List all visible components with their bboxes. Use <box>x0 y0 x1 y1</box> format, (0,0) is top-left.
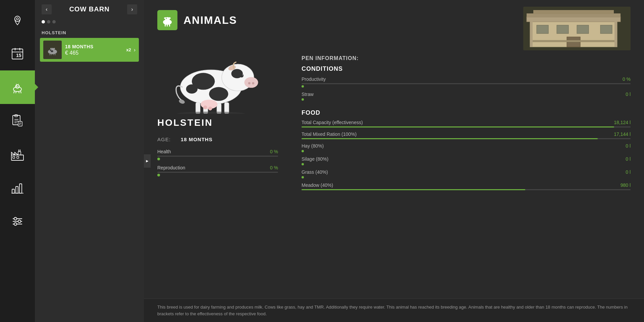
svg-point-58 <box>166 18 167 19</box>
pen-info-title: PEN INFORMATION: <box>302 55 631 61</box>
svg-line-45 <box>51 54 51 55</box>
tmr-value: 17,144 l <box>614 131 631 137</box>
tmr-bar-fill <box>302 138 598 139</box>
svg-point-68 <box>209 87 228 101</box>
silage-dot <box>302 163 304 165</box>
animals-left-panel: ANIMALS <box>144 0 291 299</box>
sidebar-item-map[interactable] <box>0 3 35 37</box>
collapse-button[interactable]: ► <box>144 154 151 168</box>
svg-rect-83 <box>537 25 548 34</box>
sidebar-item-animals[interactable] <box>0 70 35 104</box>
dot-2 <box>47 20 50 23</box>
svg-rect-24 <box>11 155 23 160</box>
svg-rect-56 <box>167 25 168 26</box>
svg-point-38 <box>18 220 21 223</box>
barn-image <box>523 7 631 50</box>
panel-title: COW BARN <box>69 5 109 13</box>
settings-icon <box>9 213 26 230</box>
meadow-stat: Meadow (40%) 980 l <box>302 182 631 190</box>
meadow-bar-fill <box>302 189 525 190</box>
svg-point-49 <box>50 48 52 49</box>
svg-point-69 <box>186 84 198 93</box>
svg-line-44 <box>50 54 50 55</box>
total-capacity-bar-fill <box>302 126 614 127</box>
svg-point-76 <box>203 105 207 109</box>
tmr-label: Total Mixed Ration (100%) <box>302 131 357 137</box>
health-dot <box>157 158 160 160</box>
barn-illustration <box>523 7 631 50</box>
svg-rect-21 <box>18 121 22 126</box>
svg-line-14 <box>16 84 17 85</box>
animal-stats: Health 0 % Reproduction 0 % <box>157 149 278 181</box>
svg-point-50 <box>54 48 55 49</box>
health-value: 0 % <box>270 149 278 154</box>
animal-label: HOLSTEIN <box>35 27 144 38</box>
hay-label: Hay (80%) <box>302 143 324 149</box>
straw-value: 0 l <box>626 92 631 97</box>
health-bar-bg <box>157 156 278 157</box>
svg-rect-29 <box>17 156 19 158</box>
meadow-label: Meadow (40%) <box>302 182 333 188</box>
svg-rect-28 <box>13 156 15 158</box>
svg-point-77 <box>208 107 212 110</box>
animals-section: ANIMALS <box>144 0 644 299</box>
svg-line-10 <box>16 91 16 93</box>
next-arrow[interactable]: › <box>127 4 137 14</box>
age-value: 18 MONTHS <box>181 137 213 142</box>
svg-point-54 <box>168 17 171 19</box>
grass-stat: Grass (40%) 0 l <box>302 169 631 178</box>
grass-dot <box>302 176 304 178</box>
grass-label: Grass (40%) <box>302 169 328 175</box>
animal-info: 18 MONTHS € 465 <box>65 44 126 56</box>
svg-line-15 <box>18 84 18 85</box>
svg-line-46 <box>54 54 54 55</box>
straw-stat: Straw 0 l <box>302 92 631 101</box>
pagination-dots <box>35 18 144 27</box>
cow-illustration <box>157 37 265 114</box>
sidebar-item-notes[interactable] <box>0 104 35 138</box>
sidebar-item-settings[interactable] <box>0 205 35 238</box>
svg-rect-92 <box>533 10 614 14</box>
reproduction-dot <box>157 174 160 176</box>
animal-price: € 465 <box>65 50 126 56</box>
svg-text:15: 15 <box>16 53 21 58</box>
svg-rect-84 <box>557 25 569 34</box>
svg-rect-90 <box>614 20 617 47</box>
hay-value: 0 l <box>626 143 631 149</box>
animal-card[interactable]: 18 MONTHS € 465 x2 › <box>40 38 139 62</box>
svg-line-47 <box>55 54 56 55</box>
productivity-label: Productivity <box>302 76 326 82</box>
sidebar-item-factory[interactable] <box>0 138 35 171</box>
map-icon <box>9 12 26 29</box>
total-capacity-stat: Total Capacity (effectiveness) 18,124 l <box>302 120 631 127</box>
svg-point-37 <box>14 217 17 220</box>
svg-rect-86 <box>600 25 612 34</box>
sidebar-item-stats[interactable] <box>0 171 35 205</box>
description-text: This breed is used for dairy farming and… <box>157 304 631 317</box>
grass-value: 0 l <box>626 169 631 175</box>
straw-dot <box>302 98 304 101</box>
health-stat-row: Health 0 % <box>157 149 278 160</box>
reproduction-label: Reproduction <box>157 165 185 170</box>
hay-stat: Hay (80%) 0 l <box>302 143 631 152</box>
svg-rect-85 <box>577 25 589 34</box>
main-content: ► ANIMALS <box>144 0 644 322</box>
reproduction-bar-bg <box>157 172 278 173</box>
food-title: FOOD <box>302 109 631 116</box>
total-capacity-label: Total Capacity (effectiveness) <box>302 120 363 125</box>
productivity-dot <box>302 85 304 88</box>
svg-rect-17 <box>15 115 17 117</box>
sidebar-item-calendar[interactable]: 15 <box>0 37 35 70</box>
age-label: AGE: <box>157 137 171 142</box>
health-label: Health <box>157 149 171 154</box>
reproduction-value: 0 % <box>270 165 278 170</box>
svg-rect-57 <box>169 24 170 26</box>
svg-line-9 <box>14 91 14 93</box>
svg-point-63 <box>252 82 254 84</box>
animal-age: 18 MONTHS <box>65 44 126 49</box>
prev-arrow[interactable]: ‹ <box>42 4 52 14</box>
hay-dot <box>302 150 304 152</box>
productivity-stat: Productivity 0 % <box>302 76 631 88</box>
svg-rect-82 <box>527 17 621 22</box>
svg-point-61 <box>244 77 258 88</box>
